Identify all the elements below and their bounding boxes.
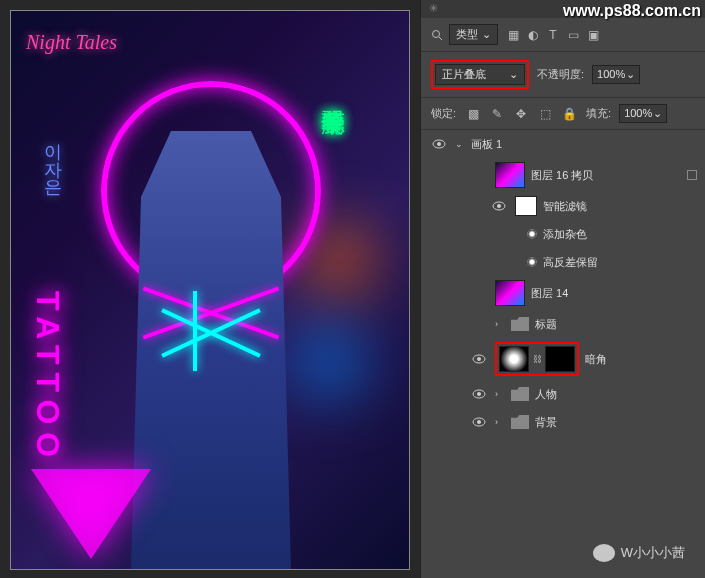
lock-pixels-icon[interactable]: ✎ [488,105,506,123]
fill-input[interactable]: 100% ⌄ [619,104,667,123]
panel-filter-row: 类型 ⌄ ▦ ◐ T ▭ ▣ [421,18,705,52]
blend-mode-highlight: 正片叠底 ⌄ [431,60,529,89]
filter-pixel-icon[interactable]: ▦ [504,26,522,44]
group-row[interactable]: › 人物 [421,380,705,408]
opacity-input[interactable]: 100% ⌄ [592,65,640,84]
folder-icon [511,415,529,429]
svg-point-0 [433,30,440,37]
filter-blend-icon[interactable] [527,257,537,267]
group-label: 背景 [535,415,697,430]
layer-row[interactable]: 图层 14 [421,276,705,310]
neon-text-night: Night Tales [26,31,117,54]
mask-thumbnail[interactable] [545,346,575,372]
visibility-toggle[interactable] [432,139,446,149]
filter-label: 高反差保留 [543,255,697,270]
expand-toggle[interactable]: ⌄ [455,139,465,149]
svg-line-1 [439,37,442,40]
layer-thumbnail[interactable] [495,162,525,188]
filter-row[interactable]: 添加杂色 [421,220,705,248]
neon-triangle [31,469,151,559]
layer-thumbnail[interactable] [495,280,525,306]
layer-row-vignette[interactable]: ⛓ 暗角 [421,338,705,380]
mask-thumbnail[interactable] [515,196,537,216]
lock-artboard-icon[interactable]: ⬚ [536,105,554,123]
filter-type-icons: ▦ ◐ T ▭ ▣ [504,26,602,44]
wechat-icon [593,544,615,562]
wechat-name: W小小小茜 [621,544,685,562]
layer-label: 暗角 [585,352,697,367]
layers-panel: ✳ 类型 ⌄ ▦ ◐ T ▭ ▣ 正片叠底 ⌄ 不透明度: 100% ⌄ [420,0,705,578]
layer-row[interactable]: 图层 16 拷贝 [421,158,705,192]
visibility-toggle[interactable] [472,417,486,427]
vignette-highlight: ⛓ [495,342,579,376]
group-label: 标题 [535,317,697,332]
smartobj-badge-icon [687,170,697,180]
watermark-text: www.ps88.com.cn [563,2,701,20]
blend-mode-row: 正片叠底 ⌄ 不透明度: 100% ⌄ [421,52,705,98]
svg-point-11 [477,420,481,424]
svg-point-9 [477,392,481,396]
filter-smartobj-icon[interactable]: ▣ [584,26,602,44]
lock-all-icon[interactable]: 🔒 [560,105,578,123]
lock-label: 锁定: [431,106,456,121]
artboard-row[interactable]: ⌄ 画板 1 [421,130,705,158]
group-row[interactable]: › 背景 [421,408,705,436]
wechat-signature: W小小小茜 [593,544,685,562]
expand-toggle[interactable]: › [495,389,505,399]
folder-icon [511,317,529,331]
filter-kind-label: 类型 [456,27,478,42]
smart-filters-row[interactable]: 智能滤镜 [421,192,705,220]
lock-transparency-icon[interactable]: ▩ [464,105,482,123]
search-icon [431,29,443,41]
mask-link-icon[interactable]: ⛓ [533,354,541,364]
svg-point-5 [497,204,501,208]
canvas-area: Night Tales 翠華餐廳 이자은 TATTOO [0,0,420,578]
layer-label: 图层 16 拷贝 [531,168,681,183]
expand-toggle[interactable]: › [495,417,505,427]
expand-toggle[interactable]: › [495,319,505,329]
filter-kind-dropdown[interactable]: 类型 ⌄ [449,24,498,45]
opacity-value: 100% [597,68,625,81]
layer-label: 智能滤镜 [543,199,697,214]
filter-shape-icon[interactable]: ▭ [564,26,582,44]
blend-mode-value: 正片叠底 [442,67,486,82]
chevron-down-icon: ⌄ [509,68,518,81]
lock-icon-group: ▩ ✎ ✥ ⬚ 🔒 [464,105,578,123]
blend-mode-dropdown[interactable]: 正片叠底 ⌄ [435,64,525,85]
lock-row: 锁定: ▩ ✎ ✥ ⬚ 🔒 填充: 100% ⌄ [421,98,705,130]
visibility-toggle[interactable] [472,389,486,399]
filter-adjustment-icon[interactable]: ◐ [524,26,542,44]
layer-label: 画板 1 [471,137,697,152]
filter-label: 添加杂色 [543,227,697,242]
opacity-label: 不透明度: [537,67,584,82]
svg-point-7 [477,357,481,361]
neon-body-lines [121,291,301,471]
starburst-icon: ✳ [429,2,443,16]
fill-value: 100% [624,107,652,120]
artboard-preview[interactable]: Night Tales 翠華餐廳 이자은 TATTOO [10,10,410,570]
group-row[interactable]: › 标题 [421,310,705,338]
fill-label: 填充: [586,106,611,121]
filter-blend-icon[interactable] [527,229,537,239]
neon-sign-korean: 이자은 [41,131,65,185]
chevron-down-icon: ⌄ [482,28,491,41]
chevron-down-icon: ⌄ [653,107,662,120]
folder-icon [511,387,529,401]
layer-thumbnail[interactable] [499,346,529,372]
layer-label: 图层 14 [531,286,697,301]
filter-row[interactable]: 高反差保留 [421,248,705,276]
filter-text-icon[interactable]: T [544,26,562,44]
neon-text-tattoo: TATTOO [29,291,66,465]
visibility-toggle[interactable] [472,354,486,364]
chevron-down-icon: ⌄ [626,68,635,81]
lock-position-icon[interactable]: ✥ [512,105,530,123]
layers-tree: ⌄ 画板 1 图层 16 拷贝 智能滤镜 添加杂色 高反差保留 [421,130,705,578]
visibility-toggle[interactable] [492,201,506,211]
group-label: 人物 [535,387,697,402]
svg-point-3 [437,142,441,146]
